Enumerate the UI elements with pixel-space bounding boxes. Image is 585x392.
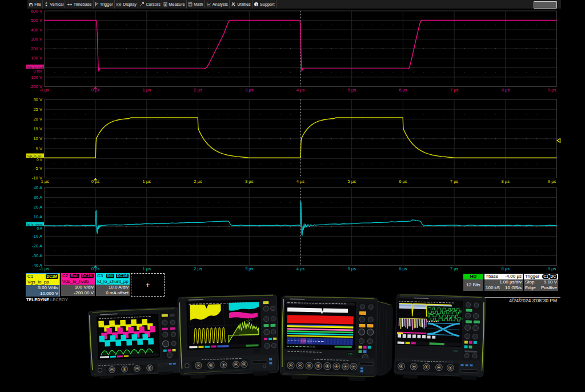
svg-text:1 µs: 1 µs bbox=[143, 87, 151, 93]
svg-text:20 V: 20 V bbox=[33, 117, 43, 122]
svg-text:-5 V: -5 V bbox=[34, 166, 43, 171]
svg-text:8 µs: 8 µs bbox=[502, 87, 510, 93]
svg-text:0 µs: 0 µs bbox=[91, 266, 100, 271]
svg-text:5 µs: 5 µs bbox=[347, 179, 356, 184]
svg-text:8 µs: 8 µs bbox=[502, 266, 510, 271]
svg-text:-1 µs: -1 µs bbox=[39, 87, 49, 93]
svg-text:3 µs: 3 µs bbox=[245, 266, 254, 271]
svg-text:0 µs: 0 µs bbox=[91, 179, 100, 184]
svg-text:5 µs: 5 µs bbox=[347, 266, 356, 271]
svg-text:-1 µs: -1 µs bbox=[39, 266, 49, 271]
svg-text:1 µs: 1 µs bbox=[143, 266, 151, 271]
svg-text:9 µs: 9 µs bbox=[548, 266, 556, 271]
svg-text:7 µs: 7 µs bbox=[450, 87, 459, 93]
svg-text:600 V: 600 V bbox=[31, 9, 43, 14]
svg-text:4 µs: 4 µs bbox=[296, 179, 305, 184]
svg-text:-10 A: -10 A bbox=[32, 234, 43, 239]
svg-text:3 µs: 3 µs bbox=[245, 179, 254, 184]
svg-text:-1 µs: -1 µs bbox=[39, 179, 49, 184]
svg-text:4 µs: 4 µs bbox=[296, 87, 305, 93]
svg-text:1 µs: 1 µs bbox=[143, 179, 151, 184]
svg-text:7 µs: 7 µs bbox=[450, 179, 459, 184]
svg-text:0 µs: 0 µs bbox=[91, 87, 100, 93]
svg-text:2 µs: 2 µs bbox=[194, 266, 202, 271]
svg-text:8 µs: 8 µs bbox=[502, 179, 510, 184]
svg-text:500 V: 500 V bbox=[31, 18, 43, 23]
svg-text:10 V: 10 V bbox=[33, 136, 43, 141]
svg-text:400 V: 400 V bbox=[31, 27, 43, 33]
svg-text:25 V: 25 V bbox=[33, 107, 43, 112]
svg-text:30 A: 30 A bbox=[34, 195, 43, 200]
svg-text:0 A: 0 A bbox=[37, 226, 42, 230]
svg-text:2 µs: 2 µs bbox=[194, 179, 202, 184]
svg-text:-20 A: -20 A bbox=[32, 243, 43, 249]
svg-text:10 A: 10 A bbox=[34, 214, 43, 219]
svg-text:9 µs: 9 µs bbox=[548, 179, 556, 184]
svg-text:7 µs: 7 µs bbox=[450, 266, 459, 271]
svg-text:5 V: 5 V bbox=[36, 146, 43, 151]
svg-text:20 A: 20 A bbox=[34, 205, 43, 210]
svg-text:30 V: 30 V bbox=[33, 97, 43, 102]
svg-text:4 µs: 4 µs bbox=[296, 266, 305, 271]
svg-text:HD: HD bbox=[454, 349, 458, 353]
svg-text:300 V: 300 V bbox=[31, 37, 43, 42]
svg-text:40 A: 40 A bbox=[34, 185, 43, 190]
svg-text:HD: HD bbox=[348, 352, 353, 355]
svg-text:0 V: 0 V bbox=[37, 158, 42, 162]
svg-text:2 µs: 2 µs bbox=[194, 87, 202, 93]
svg-text:200 V: 200 V bbox=[31, 46, 43, 51]
svg-text:0 mV: 0 mV bbox=[34, 69, 43, 73]
svg-text:Vds_lo_hvdb: Vds_lo_hvdb bbox=[27, 66, 45, 69]
svg-text:-100 V: -100 V bbox=[30, 75, 43, 80]
svg-text:9 µs: 9 µs bbox=[548, 87, 556, 93]
svg-text:6 µs: 6 µs bbox=[399, 87, 407, 93]
svg-text:6 µs: 6 µs bbox=[399, 179, 407, 184]
svg-text:3 µs: 3 µs bbox=[245, 87, 254, 93]
svg-text:5 µs: 5 µs bbox=[347, 87, 356, 93]
svg-text:6 µs: 6 µs bbox=[399, 266, 407, 271]
svg-text:-30 A: -30 A bbox=[32, 253, 43, 258]
svg-text:15 V: 15 V bbox=[33, 126, 43, 131]
svg-text:Vgs_lo_pp: Vgs_lo_pp bbox=[27, 154, 42, 158]
svg-text:100 V: 100 V bbox=[31, 55, 43, 61]
